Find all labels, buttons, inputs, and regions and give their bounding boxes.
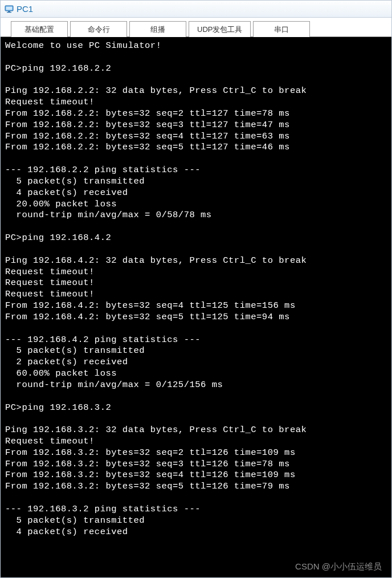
tab-basic-config[interactable]: 基础配置 xyxy=(11,21,68,37)
terminal-output[interactable]: Welcome to use PC Simulator! PC>ping 192… xyxy=(1,37,391,577)
tabbar: 基础配置 命令行 组播 UDP发包工具 串口 xyxy=(1,18,391,37)
tab-multicast[interactable]: 组播 xyxy=(129,21,186,37)
svg-rect-1 xyxy=(6,6,13,10)
pc-simulator-window: PC1 基础配置 命令行 组播 UDP发包工具 串口 Welcome to us… xyxy=(0,0,392,578)
window-title: PC1 xyxy=(17,4,33,14)
tab-command-line[interactable]: 命令行 xyxy=(70,21,127,37)
titlebar: PC1 xyxy=(1,1,391,18)
pc-icon xyxy=(4,4,14,14)
svg-rect-2 xyxy=(8,11,10,12)
tab-udp-tool[interactable]: UDP发包工具 xyxy=(189,21,251,37)
svg-rect-3 xyxy=(7,12,11,13)
tab-serial[interactable]: 串口 xyxy=(253,21,310,37)
